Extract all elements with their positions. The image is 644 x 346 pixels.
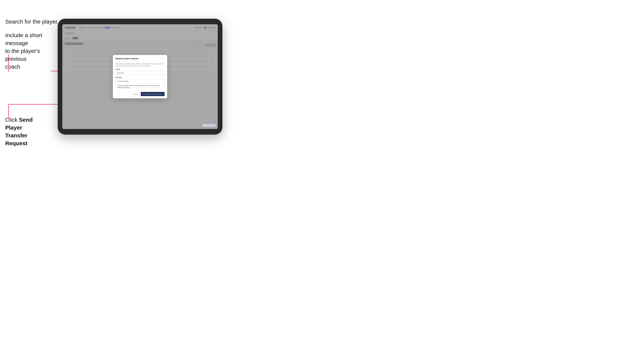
modal-description: If the player is transferring from anoth… — [113, 61, 167, 68]
message-textarea[interactable]: Hi Coach McHarg, Please accept this tran… — [116, 79, 164, 88]
cancel-button[interactable]: Cancel — [131, 92, 140, 96]
modal-footer: Cancel Send Player Transfer Request — [113, 92, 167, 98]
modal-close-button[interactable]: × — [162, 57, 164, 60]
request-player-transfer-modal: Request player transfer × If the player … — [113, 55, 167, 98]
player-search-input[interactable]: Rees Britt — [116, 71, 164, 75]
player-input-value: Rees Britt — [117, 72, 124, 74]
annotation-click-text: Click Send PlayerTransfer Request — [5, 116, 48, 147]
modal-title: Request player transfer — [116, 57, 138, 60]
send-player-transfer-request-button[interactable]: Send Player Transfer Request — [141, 92, 164, 96]
modal-header: Request player transfer × — [113, 55, 167, 61]
player-field-label: Player — [116, 68, 164, 70]
screen-bottom — [202, 124, 216, 127]
annotation-click-prefix: Click — [5, 117, 19, 123]
tablet-device: Request player transfer × If the player … — [58, 19, 222, 135]
tablet-screen: Request player transfer × If the player … — [62, 24, 218, 129]
modal-overlay: Request player transfer × If the player … — [62, 24, 218, 129]
message-field-label: Message — [116, 76, 164, 78]
modal-body: Player Rees Britt Message Hi Coach McHar… — [113, 68, 167, 92]
annotation-message-text: Include a short messageto the player's p… — [5, 31, 56, 71]
message-textarea-value: Hi Coach McHarg, Please accept this tran… — [117, 80, 163, 89]
bottom-action-button — [202, 124, 216, 127]
annotation-search-text: Search for the player. — [5, 18, 58, 26]
